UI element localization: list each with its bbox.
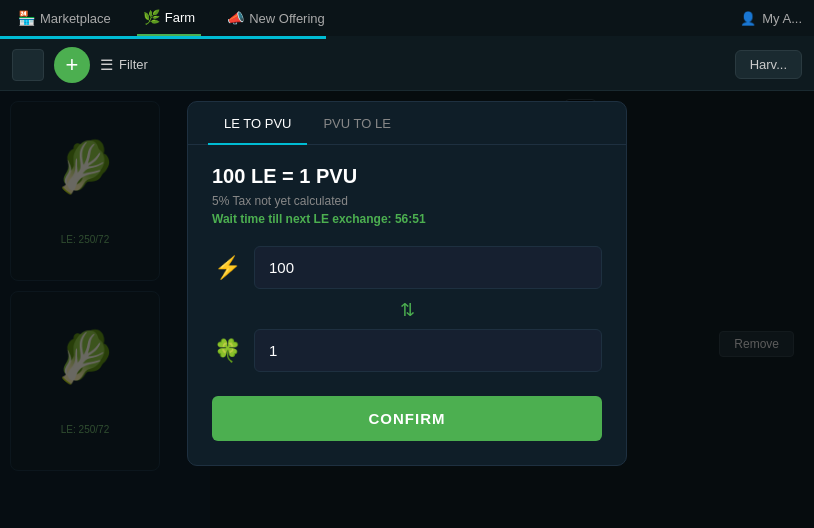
exchange-rate: 100 LE = 1 PVU (212, 165, 602, 188)
nav-right[interactable]: 👤 My A... (740, 11, 802, 26)
swap-row: ⇅ (212, 299, 602, 321)
filter-button[interactable]: ☰ Filter (100, 56, 148, 74)
add-button[interactable]: + (54, 47, 90, 83)
marketplace-icon: 🏪 (18, 10, 35, 26)
pvu-input[interactable] (254, 329, 602, 372)
filter-icon: ☰ (100, 56, 113, 74)
le-input[interactable] (254, 246, 602, 289)
filter-label: Filter (119, 57, 148, 72)
confirm-button[interactable]: CONFIRM (212, 396, 602, 441)
confirm-btn-wrap: CONFIRM (188, 382, 626, 441)
modal-tabs: LE TO PVU PVU TO LE (188, 102, 626, 145)
tab-pvu-to-le[interactable]: PVU TO LE (307, 102, 406, 145)
exchange-modal: LE TO PVU PVU TO LE 100 LE = 1 PVU 5% Ta… (187, 101, 627, 466)
main-area: 🥬 LE: 250/72 🥬 LE: 250/72 🥬 0, 0 Remove … (0, 91, 814, 528)
new-offering-icon: 📣 (227, 10, 244, 26)
toolbar: + ☰ Filter Harv... (0, 39, 814, 91)
nav-label-new-offering: New Offering (249, 11, 325, 26)
nav-label-marketplace: Marketplace (40, 11, 111, 26)
wait-time: Wait time till next LE exchange: 56:51 (212, 212, 602, 226)
harvest-button[interactable]: Harv... (735, 50, 802, 79)
clover-icon: 🍀 (212, 338, 242, 364)
modal-overlay: LE TO PVU PVU TO LE 100 LE = 1 PVU 5% Ta… (0, 91, 814, 528)
nav-label-farm: Farm (165, 10, 195, 25)
wait-time-label: Wait time till next LE exchange: (212, 212, 392, 226)
modal-content: 100 LE = 1 PVU 5% Tax not yet calculated… (188, 145, 626, 372)
sidebar-toggle-button[interactable] (12, 49, 44, 81)
farm-icon: 🌿 (143, 9, 160, 25)
tax-note: 5% Tax not yet calculated (212, 194, 602, 208)
wait-time-value: 56:51 (395, 212, 426, 226)
tab-le-to-pvu[interactable]: LE TO PVU (208, 102, 307, 145)
nav-item-farm[interactable]: 🌿 Farm (137, 0, 201, 36)
lightning-icon: ⚡ (212, 255, 242, 281)
nav-item-marketplace[interactable]: 🏪 Marketplace (12, 0, 117, 36)
swap-icon[interactable]: ⇅ (400, 299, 415, 321)
le-input-row: ⚡ (212, 246, 602, 289)
pvu-input-row: 🍀 (212, 329, 602, 372)
nav-item-new-offering[interactable]: 📣 New Offering (221, 0, 331, 36)
my-account-label: My A... (762, 11, 802, 26)
user-icon: 👤 (740, 11, 756, 26)
top-nav: 🏪 Marketplace 🌿 Farm 📣 New Offering 👤 My… (0, 0, 814, 36)
